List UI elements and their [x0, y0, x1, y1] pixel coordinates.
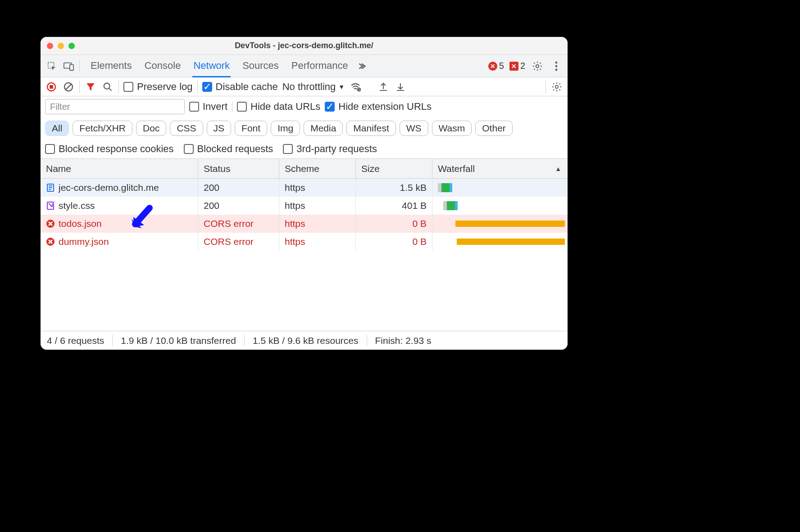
svg-rect-8: [50, 85, 53, 89]
checkbox-icon: [283, 144, 293, 154]
tab-console[interactable]: Console: [144, 55, 182, 77]
filter-chip-media[interactable]: Media: [304, 121, 343, 136]
filter-chip-css[interactable]: CSS: [170, 121, 203, 136]
network-toolbar: Preserve log ✓ Disable cache No throttli…: [41, 77, 568, 96]
column-waterfall[interactable]: Waterfall▲: [432, 159, 568, 178]
table-row[interactable]: style.css 200 https 401 B: [41, 197, 568, 215]
disable-cache-label: Disable cache: [216, 81, 278, 93]
settings-icon[interactable]: [531, 59, 544, 73]
panel-settings-icon[interactable]: [550, 81, 563, 93]
clear-button[interactable]: [62, 81, 75, 93]
column-scheme[interactable]: Scheme: [279, 159, 356, 178]
filter-chip-all[interactable]: All: [45, 121, 69, 136]
svg-point-3: [536, 64, 539, 67]
column-status[interactable]: Status: [198, 159, 279, 178]
error-icon: [46, 237, 55, 246]
divider: [112, 335, 113, 347]
filter-toggle-icon[interactable]: [84, 81, 97, 93]
third-party-checkbox[interactable]: 3rd-party requests: [283, 143, 377, 155]
preserve-log-label: Preserve log: [137, 81, 193, 93]
request-type-filters: All Fetch/XHR Doc CSS JS Font Img Media …: [45, 121, 563, 136]
divider: [197, 81, 198, 93]
checkbox-checked-icon: ✓: [202, 82, 212, 92]
inspect-element-icon[interactable]: [45, 59, 59, 73]
tab-sources[interactable]: Sources: [241, 55, 280, 77]
table-row[interactable]: dummy.json CORS error https 0 B: [41, 233, 568, 251]
tab-elements[interactable]: Elements: [90, 55, 133, 77]
table-body: jec-cors-demo.glitch.me 200 https 1.5 kB…: [41, 179, 568, 331]
filter-chip-img[interactable]: Img: [271, 121, 300, 136]
cell-name: style.css: [41, 197, 198, 215]
devtools-window: DevTools - jec-cors-demo.glitch.me/ Elem…: [41, 37, 568, 350]
cell-waterfall: [432, 179, 568, 197]
filter-chip-manifest[interactable]: Manifest: [346, 121, 395, 136]
cell-scheme: https: [279, 197, 356, 215]
record-button[interactable]: [45, 81, 58, 93]
cell-status: 200: [198, 179, 279, 197]
search-icon[interactable]: [101, 81, 114, 93]
invert-checkbox[interactable]: Invert: [189, 101, 227, 113]
upload-har-icon[interactable]: [377, 81, 390, 93]
checkbox-icon: [189, 102, 199, 112]
checkbox-icon: [45, 144, 55, 154]
more-options-icon[interactable]: [550, 59, 563, 73]
filter-chip-fetch-xhr[interactable]: Fetch/XHR: [73, 121, 132, 136]
tab-performance[interactable]: Performance: [291, 55, 349, 77]
titlebar: DevTools - jec-cors-demo.glitch.me/: [41, 37, 568, 55]
cell-name: dummy.json: [41, 233, 198, 251]
svg-point-5: [555, 65, 558, 67]
preserve-log-checkbox[interactable]: Preserve log: [123, 81, 193, 93]
checkbox-icon: [123, 82, 133, 92]
hide-data-urls-checkbox[interactable]: Hide data URLs: [237, 101, 320, 113]
filter-chip-ws[interactable]: WS: [400, 121, 428, 136]
more-tabs-icon[interactable]: [356, 61, 366, 71]
svg-point-11: [104, 83, 110, 89]
checkbox-icon: [184, 144, 194, 154]
cell-size: 0 B: [356, 233, 432, 251]
filter-chip-font[interactable]: Font: [235, 121, 267, 136]
filter-chip-js[interactable]: JS: [207, 121, 232, 136]
cell-waterfall: [432, 197, 568, 215]
filter-chip-other[interactable]: Other: [475, 121, 513, 136]
svg-point-6: [555, 68, 558, 71]
main-tabs: Elements Console Network Sources Perform…: [90, 55, 349, 77]
network-conditions-icon[interactable]: [349, 81, 362, 93]
filter-input[interactable]: Filter: [45, 99, 185, 114]
window-title: DevTools - jec-cors-demo.glitch.me/: [41, 41, 568, 50]
svg-rect-2: [70, 64, 73, 70]
table-row[interactable]: todos.json CORS error https 0 B: [41, 215, 568, 233]
device-toolbar-icon[interactable]: [62, 59, 76, 73]
status-bar: 4 / 6 requests 1.9 kB / 10.0 kB transfer…: [41, 331, 568, 350]
column-size[interactable]: Size: [356, 159, 432, 178]
cell-waterfall: [432, 215, 568, 233]
invert-label: Invert: [203, 101, 227, 113]
cell-status: CORS error: [198, 233, 279, 251]
cell-scheme: https: [279, 179, 356, 197]
cell-size: 401 B: [356, 197, 432, 215]
divider: [118, 81, 119, 93]
checkbox-checked-icon: ✓: [325, 102, 335, 112]
error-count-warnings[interactable]: ✕ 2: [509, 61, 525, 71]
disable-cache-checkbox[interactable]: ✓ Disable cache: [202, 81, 278, 93]
throttling-select[interactable]: No throttling ▼: [282, 81, 345, 93]
svg-point-4: [555, 61, 558, 63]
tab-network[interactable]: Network: [192, 55, 231, 77]
filter-bar: Filter Invert Hide data URLs ✓ Hide exte…: [41, 96, 568, 159]
error-square-icon: ✕: [509, 62, 518, 71]
error-count-a: 5: [499, 61, 504, 71]
stylesheet-icon: [46, 201, 55, 210]
table-row[interactable]: jec-cors-demo.glitch.me 200 https 1.5 kB: [41, 179, 568, 197]
filter-chip-wasm[interactable]: Wasm: [432, 121, 472, 136]
error-count-issues[interactable]: ✕ 5: [488, 61, 504, 71]
network-table: Name Status Scheme Size Waterfall▲ jec-c…: [41, 159, 568, 331]
cell-scheme: https: [279, 215, 356, 233]
filter-chip-doc[interactable]: Doc: [136, 121, 166, 136]
svg-line-12: [109, 88, 112, 90]
column-name[interactable]: Name: [41, 159, 198, 178]
blocked-cookies-checkbox[interactable]: Blocked response cookies: [45, 143, 174, 155]
hide-extension-urls-checkbox[interactable]: ✓ Hide extension URLs: [325, 101, 432, 113]
blocked-requests-checkbox[interactable]: Blocked requests: [184, 143, 273, 155]
cell-status: CORS error: [198, 215, 279, 233]
download-har-icon[interactable]: [394, 81, 407, 93]
third-party-label: 3rd-party requests: [296, 143, 377, 155]
